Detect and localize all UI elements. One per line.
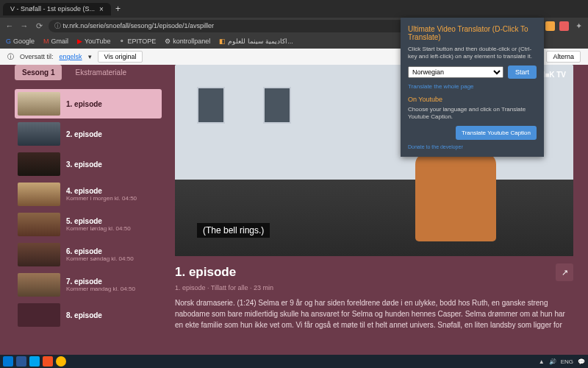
bookmark-arabic[interactable]: ◧اكاديمية سينما للعلوم... (219, 38, 293, 45)
episode-list: 1. episode 2. episode 3. episode 4. epis… (15, 89, 162, 330)
episode-subtitle: Kommer mandag kl. 04:50 (66, 286, 159, 292)
tab-season[interactable]: Sesong 1 (15, 65, 62, 80)
translate-icon: ⓘ (7, 52, 14, 62)
tab-extra[interactable]: Ekstramateriale (68, 65, 133, 80)
chrome-icon[interactable] (56, 356, 66, 367)
episode-item[interactable]: 4. episodeKommer i morgen kl. 04:50 (15, 180, 162, 209)
notification-icon[interactable]: 💬 (578, 358, 585, 365)
episode-thumbnail (18, 273, 60, 297)
youtube-heading: On Youtube (408, 96, 537, 103)
taskbar-app-icon[interactable] (29, 356, 40, 367)
start-button[interactable]: Start (508, 66, 537, 79)
language-indicator[interactable]: ENG (561, 358, 573, 365)
episode-item[interactable]: 5. episodeKommer lørdag kl. 04:50 (15, 210, 162, 239)
translate-youtube-button[interactable]: Translate Youtube Caption (456, 126, 537, 140)
episode-item[interactable]: 3. episode (15, 149, 162, 179)
bookmark-epitope[interactable]: ⚬EPITOPE (119, 38, 156, 45)
sidebar: Sesong 1 Ekstramateriale 1. episode 2. e… (15, 65, 162, 355)
episode-thumbnail (18, 152, 60, 176)
episode-title: 7. episode (66, 277, 159, 286)
episode-title: 4. episode (66, 187, 159, 195)
episode-title: 5. episode (66, 217, 159, 225)
episode-item[interactable]: 8. episode (15, 300, 162, 330)
bookmark-kontrollpanel[interactable]: ⚙kontrollpanel (165, 38, 210, 45)
episode-subtitle: Kommer søndag kl. 04:50 (66, 255, 159, 262)
episode-title: 3. episode (66, 160, 159, 169)
close-icon[interactable]: × (99, 5, 104, 13)
new-tab-icon[interactable]: + (115, 4, 121, 14)
dropdown-icon[interactable]: ▾ (88, 53, 92, 60)
episode-thumbnail (18, 92, 60, 116)
episode-title: 8. episode (66, 311, 159, 319)
show-original-button[interactable]: Vis original (98, 51, 143, 63)
language-select[interactable]: Norwegian (408, 66, 503, 78)
browser-tab-strip: V - Snøfall - 1st episode (S... × + (0, 0, 588, 18)
episode-title: 1. episode (66, 100, 159, 108)
episode-thumbnail (18, 183, 60, 206)
browser-tab[interactable]: V - Snøfall - 1st episode (S... × (3, 3, 111, 15)
bookmark-youtube[interactable]: ▶YouTube (77, 38, 110, 45)
youtube-text: Choose your language and click on Transl… (408, 106, 537, 121)
episode-description: Norsk dramaserie. (1:24) Selma er 9 år o… (175, 297, 573, 330)
page-title: 1. episode (175, 265, 236, 280)
video-caption: (The bell rings.) (197, 223, 270, 238)
tray-icon[interactable]: ▲ (539, 358, 545, 365)
episode-item[interactable]: 1. episode (15, 89, 162, 118)
episode-item[interactable]: 2. episode (15, 119, 162, 149)
episode-thumbnail (18, 122, 60, 146)
extension-instruction: Click Start button and then double-click… (408, 46, 537, 61)
episode-subtitle: Kommer i morgen kl. 04:50 (66, 195, 159, 202)
start-icon[interactable] (3, 356, 13, 367)
alternatives-button[interactable]: Alterna (546, 51, 581, 63)
back-icon[interactable]: ← (4, 21, 15, 30)
extension-icon[interactable] (559, 21, 569, 31)
bookmark-google[interactable]: GGoogle (6, 38, 35, 45)
episode-thumbnail (18, 213, 60, 236)
extension-title: Ultimate Video Translator (D-Click To Tr… (408, 25, 537, 41)
translate-label: Oversatt til: (20, 53, 54, 60)
tab-title: V - Snøfall - 1st episode (S... (10, 5, 95, 13)
episode-item[interactable]: 7. episodeKommer mandag kl. 04:50 (15, 270, 162, 300)
donate-link[interactable]: Donate to the developer (408, 144, 537, 149)
translate-page-link[interactable]: Translate the whole page (408, 83, 537, 90)
episode-item[interactable]: 6. episodeKommer søndag kl. 04:50 (15, 240, 162, 269)
episode-thumbnail (18, 243, 60, 266)
taskbar-app-icon[interactable] (43, 356, 53, 367)
episode-title: 6. episode (66, 247, 159, 255)
episode-thumbnail (18, 303, 60, 327)
extension-icon[interactable] (545, 21, 555, 31)
episode-meta: 1. episode · Tillatt for alle · 23 min (175, 284, 573, 291)
episode-title: 2. episode (66, 130, 159, 138)
share-button[interactable]: ↗ (556, 263, 573, 281)
episode-subtitle: Kommer lørdag kl. 04:50 (66, 225, 159, 232)
bookmark-gmail[interactable]: MGmail (43, 38, 68, 45)
tray-icon[interactable]: 🔊 (549, 358, 556, 365)
windows-taskbar: ▲ 🔊 ENG 💬 (0, 355, 588, 368)
taskbar-app-icon[interactable] (16, 356, 26, 367)
reload-icon[interactable]: ⟳ (34, 21, 44, 31)
forward-icon[interactable]: → (19, 21, 29, 30)
translate-lang-link[interactable]: engelsk (60, 53, 82, 60)
puzzle-icon[interactable]: ✦ (573, 21, 584, 31)
extension-popup: Ultimate Video Translator (D-Click To Tr… (401, 18, 544, 157)
